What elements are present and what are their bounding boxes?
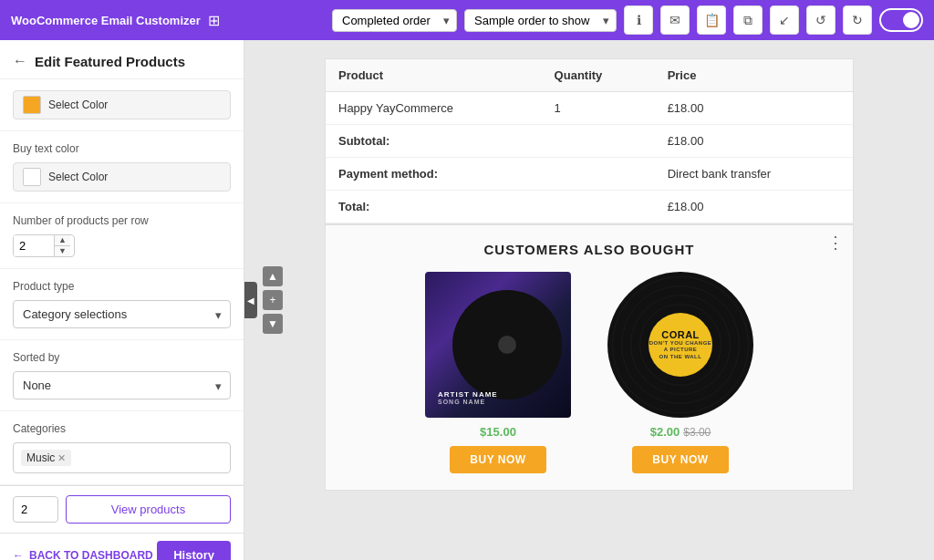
scroll-add-btn[interactable]: + [263,290,283,310]
redo-icon-btn[interactable]: ↻ [843,5,872,35]
sorted-by-select[interactable]: None Price Date [13,371,231,399]
scroll-up-btn[interactable]: ▲ [263,266,283,286]
scroll-controls: ▲ + ▼ [263,266,283,334]
spinner-up-btn[interactable]: ▲ [55,235,70,246]
categories-input[interactable]: Music ✕ [13,442,231,473]
payment-spacer [542,158,655,191]
content-area: ◀ ▲ + ▼ Product Quantity Price [244,40,934,560]
upsell-title: CUSTOMERS ALSO BOUGHT [344,242,835,257]
order-table-section: Product Quantity Price Happy YayCommerce… [325,58,854,224]
bg-color-label: Select Color [48,99,108,111]
product-card-1: ARTIST NAME SONG NAME $15.00 BUY NOW [416,272,580,473]
col-product: Product [326,59,542,92]
sidebar-header: ← Edit Featured Products [0,40,244,79]
orange-swatch [23,96,41,114]
total-row: Total: £18.00 [326,191,853,223]
product-price: £18.00 [655,92,853,125]
tag-remove-btn[interactable]: ✕ [57,452,66,464]
total-spacer [542,191,655,223]
product-image-2: CORAL DON'T YOU CHANGE A PICTUREON THE W… [607,272,753,418]
doc-icon-btn[interactable]: 📋 [697,5,726,35]
main-layout: ← Edit Featured Products Select Color Bu… [0,40,934,560]
product-2-prices: $2.00 $3.00 [650,425,711,439]
subtotal-row: Subtotal: £18.00 [326,125,853,158]
product-type-label: Product type [13,280,231,293]
view-products-button[interactable]: View products [66,495,231,524]
vinyl-album-art: ARTIST NAME SONG NAME [425,272,571,418]
sidebar-title: Edit Featured Products [35,54,185,69]
categories-section: Categories Music ✕ [0,411,244,485]
back-dashboard-button[interactable]: ← BACK TO DASHBOARD [13,549,153,561]
grid-icon[interactable]: ⊞ [208,12,220,29]
total-label: Total: [326,191,542,223]
col-price: Price [655,59,853,92]
product-2-price-old: $3.00 [683,426,711,439]
upsell-section: ⋮ CUSTOMERS ALSO BOUGHT ARTIST NAME SONG… [325,224,854,491]
sorted-by-section: Sorted by None Price Date [0,340,244,411]
email-icon-btn[interactable]: ✉ [660,5,690,35]
categories-label: Categories [13,422,231,435]
sample-order-select-wrapper[interactable]: Sample order to show [464,9,617,32]
total-value: £18.00 [655,191,853,223]
topbar: WooCommerce Email Customizer ⊞ Completed… [0,0,934,40]
history-button[interactable]: History [157,541,231,560]
products-per-row-section: Number of products per row ▲ ▼ [0,203,244,269]
order-type-select[interactable]: Completed order New order [332,9,457,32]
three-dots-menu[interactable]: ⋮ [827,234,844,251]
subtotal-value: £18.00 [655,125,853,158]
col-quantity: Quantity [542,59,655,92]
bg-color-section: Select Color [0,79,244,131]
product-name: Happy YayCommerce [326,92,542,125]
copy-icon-btn[interactable]: ⧉ [733,5,763,35]
toggle-switch[interactable] [879,8,923,32]
products-per-row-input[interactable] [14,235,54,256]
product-image-1: ARTIST NAME SONG NAME [425,272,571,418]
music-tag: Music ✕ [21,450,71,466]
buy-color-button[interactable]: Select Color [13,162,231,192]
product-type-select[interactable]: Category selections All products [13,300,231,328]
product-2-buy-btn[interactable]: BUY NOW [632,446,728,473]
product-type-section: Product type Category selections All pro… [0,269,244,340]
payment-row: Payment method: Direct bank transfer [326,158,853,191]
bg-color-button[interactable]: Select Color [13,90,231,119]
back-arrow-icon: ← [13,549,24,561]
buy-color-select-label: Select Color [48,171,108,183]
app-title: WooCommerce Email Customizer [11,14,201,27]
buy-text-color-label: Buy text color [13,142,231,155]
products-per-row-label: Number of products per row [13,214,231,227]
product-1-buy-btn[interactable]: BUY NOW [450,446,545,473]
payment-value: Direct bank transfer [655,158,853,191]
info-icon-btn[interactable]: ℹ [624,5,653,35]
sorted-by-dropdown-wrapper[interactable]: None Price Date [13,371,231,399]
scroll-down-btn[interactable]: ▼ [263,314,283,334]
buy-text-color-section: Buy text color Select Color [0,131,244,203]
num-showing-input[interactable] [13,496,58,523]
white-swatch [23,168,41,186]
order-type-select-wrapper[interactable]: Completed order New order [332,9,457,32]
email-preview: Product Quantity Price Happy YayCommerce… [270,40,908,509]
back-dashboard-label: BACK TO DASHBOARD [29,549,153,561]
sorted-by-label: Sorted by [13,351,231,364]
undo-icon-btn[interactable]: ↺ [806,5,835,35]
bottom-actions: View products [0,485,244,533]
collapse-handle[interactable]: ◀ [244,282,257,318]
sample-order-select[interactable]: Sample order to show [464,9,617,32]
product-quantity: 1 [542,92,655,125]
spinner-down-btn[interactable]: ▼ [55,246,70,256]
subtotal-label: Subtotal: [326,125,542,158]
product-2-price-new: $2.00 [650,425,680,439]
products-per-row-spinner[interactable]: ▲ ▼ [13,234,75,257]
products-grid: ARTIST NAME SONG NAME $15.00 BUY NOW [344,272,835,473]
back-icon[interactable]: ← [13,53,27,69]
vinyl-record [452,290,562,399]
product-1-prices: $15.00 [480,425,516,439]
order-table: Product Quantity Price Happy YayCommerce… [326,59,853,223]
subtotal-spacer [542,125,655,158]
product-type-dropdown-wrapper[interactable]: Category selections All products [13,300,231,328]
album-cover-text: ARTIST NAME SONG NAME [438,390,498,405]
sidebar: ← Edit Featured Products Select Color Bu… [0,40,244,560]
payment-label: Payment method: [326,158,542,191]
music-tag-label: Music [26,451,55,464]
minimize-icon-btn[interactable]: ↙ [770,5,799,35]
product-1-price-new: $15.00 [480,425,516,439]
